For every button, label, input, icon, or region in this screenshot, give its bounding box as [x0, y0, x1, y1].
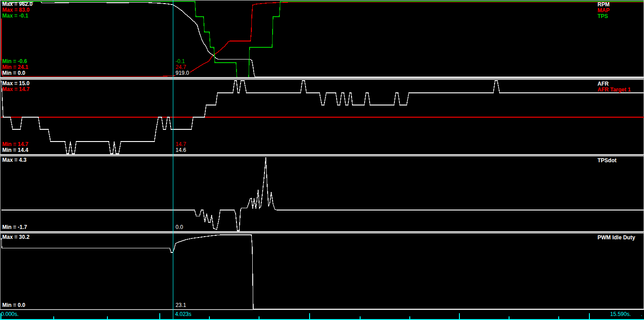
time-tick — [259, 316, 259, 319]
cursor-value: 0.0 — [176, 224, 184, 230]
min-label: Min = -1.7 — [2, 224, 27, 230]
cursor-value: 23.1 — [176, 302, 187, 308]
min-labels: Min = -0.6Min = 24.1Min = 0.0 — [2, 59, 28, 76]
time-tick — [209, 316, 210, 319]
log-viewer-window: Max = 962.0Max = 83.0Max = -0.1Min = -0.… — [0, 0, 644, 320]
time-tick — [558, 316, 559, 319]
time-axis[interactable]: 0.000s. 4.023s 15.590s. . — [0, 310, 644, 320]
min-labels: Min = 14.7Min = 14.4 — [2, 142, 28, 153]
max-labels: Max = 30.2 — [2, 234, 29, 240]
max-label: Max = 14.7 — [2, 87, 29, 92]
max-label: Max = -0.1 — [2, 13, 32, 19]
legend-items: RPMMAPTPS — [598, 2, 610, 19]
chart-panel-tpsdot[interactable]: Max = 4.3Min = -1.70.0TPSdot — [0, 156, 644, 231]
series-tpsdot — [1, 157, 644, 231]
legend-item: TPSdot — [598, 158, 616, 164]
time-tick — [107, 316, 108, 319]
cursor-value: 919.0 — [176, 70, 190, 76]
min-label: Min = 14.4 — [2, 147, 28, 153]
min-labels: Min = -1.7 — [2, 224, 27, 230]
time-tick — [409, 316, 410, 319]
series-tps — [1, 1, 644, 78]
cursor-values: 23.1 — [176, 302, 187, 308]
series-rpm — [1, 1, 644, 77]
time-tick — [509, 316, 510, 319]
time-end-clipped-label: . — [641, 311, 642, 317]
min-label: Min = 0.0 — [2, 302, 25, 308]
chart-panel-rpm-map-tps[interactable]: Max = 962.0Max = 83.0Max = -0.1Min = -0.… — [0, 0, 644, 77]
time-tick — [459, 313, 460, 319]
max-labels: Max = 4.3 — [2, 157, 27, 163]
legend-item: AFR Target 1 — [598, 87, 631, 93]
chart-panel-afr[interactable]: Max = 15.0Max = 14.7Min = 14.7Min = 14.4… — [0, 79, 644, 154]
series-pwm-idle-duty — [1, 235, 644, 309]
time-tick — [309, 313, 310, 319]
plot-pwm-idle-duty — [0, 233, 644, 310]
plot-tpsdot — [0, 156, 644, 232]
chart-panel-pwm-idle-duty[interactable]: Max = 30.2Min = 0.023.1PWM Idle Duty — [0, 233, 644, 309]
legend-item: TPS — [598, 14, 610, 19]
legend-item: PWM Idle Duty — [598, 235, 635, 241]
plot-rpm-map-tps — [0, 0, 644, 78]
series-map — [1, 2, 644, 76]
cursor-values: 14.714.6 — [176, 142, 187, 153]
panel-divider[interactable] — [0, 154, 644, 156]
time-start-label: 0.000s. — [1, 311, 19, 317]
panel-divider[interactable] — [0, 77, 644, 79]
time-cursor-label: 4.023s — [175, 311, 191, 317]
cursor-value: 14.6 — [176, 147, 187, 153]
legend-items: PWM Idle Duty — [598, 235, 635, 241]
legend-items: AFRAFR Target 1 — [598, 81, 631, 93]
min-labels: Min = 0.0 — [2, 302, 25, 308]
max-label: Max = 30.2 — [2, 234, 29, 240]
time-end-label: 15.590s. — [610, 311, 631, 317]
cursor-values: -0.124.7919.0 — [176, 59, 190, 76]
time-tick — [360, 316, 361, 319]
time-tick — [53, 316, 54, 319]
time-cursor-line[interactable] — [173, 0, 173, 319]
legend-items: TPSdot — [598, 158, 616, 164]
panel-divider[interactable] — [0, 231, 644, 233]
min-label: Min = 0.0 — [2, 70, 28, 76]
cursor-values: 0.0 — [176, 224, 184, 230]
time-tick — [0, 313, 1, 319]
max-labels: Max = 962.0Max = 83.0Max = -0.1 — [2, 1, 32, 19]
time-tick — [159, 313, 160, 319]
max-label: Max = 4.3 — [2, 157, 27, 163]
plot-afr — [0, 80, 644, 155]
time-tick — [589, 313, 590, 319]
max-labels: Max = 15.0Max = 14.7 — [2, 81, 29, 92]
